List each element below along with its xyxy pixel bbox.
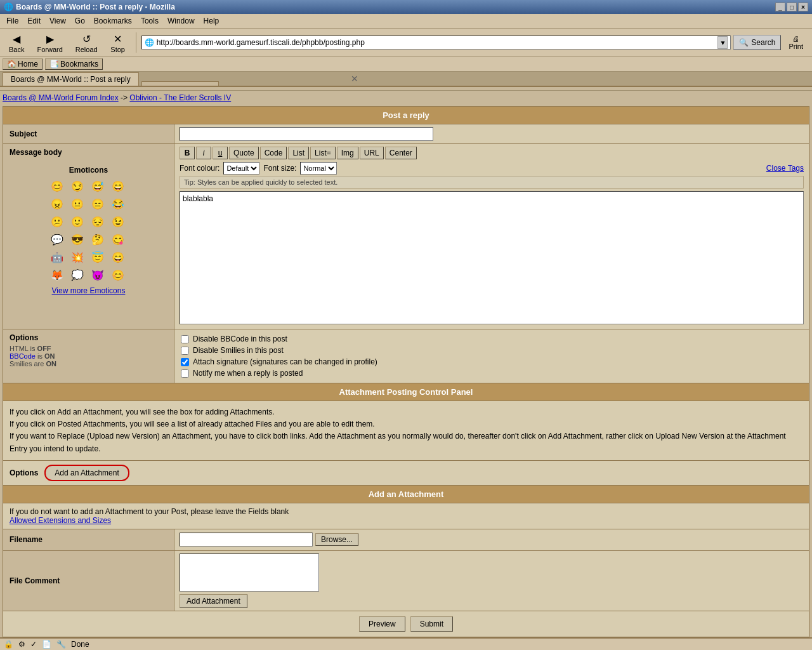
add-attachment-section-header: Add an Attachment — [3, 486, 809, 503]
message-textarea[interactable]: blablabla — [180, 191, 804, 324]
notify-row: Notify me when a reply is posted — [181, 368, 802, 379]
reload-button[interactable]: ↺ Reload — [70, 30, 103, 55]
underline-button[interactable]: u — [213, 147, 228, 159]
print-button[interactable]: 🖨 Print — [783, 35, 808, 50]
empty-tab[interactable] — [141, 81, 219, 86]
file-comment-textarea[interactable] — [180, 554, 319, 592]
attach-notice-text: If you do not want to add an Attachment … — [10, 507, 802, 516]
disable-bbcode-checkbox[interactable] — [181, 335, 189, 343]
menu-go[interactable]: Go — [71, 15, 89, 27]
breadcrumb-section[interactable]: Oblivion - The Elder Scrolls IV — [129, 93, 231, 102]
emoticon-10[interactable]: 😔 — [90, 214, 105, 229]
subject-label-text: Subject — [10, 129, 37, 138]
attach-signature-checkbox[interactable] — [181, 358, 189, 366]
preview-button[interactable]: Preview — [359, 616, 405, 632]
allowed-extensions-link[interactable]: Allowed Extensions and Sizes — [10, 516, 802, 525]
address-dropdown[interactable]: ▼ — [717, 36, 728, 49]
menu-window[interactable]: Window — [164, 15, 199, 27]
emoticon-17[interactable]: 💥 — [70, 249, 85, 265]
emoticon-7[interactable]: 😂 — [110, 196, 126, 211]
emoticon-20[interactable]: 🦊 — [49, 267, 65, 282]
address-bar[interactable]: 🌐 ▼ — [141, 36, 731, 50]
active-tab[interactable]: Boards @ MM-World :: Post a reply — [3, 72, 139, 86]
emoticon-22[interactable]: 😈 — [90, 267, 105, 282]
subject-label: Subject — [3, 124, 174, 143]
forward-label: Forward — [37, 46, 62, 53]
view-more-emoticons[interactable]: View more Emoticons — [52, 286, 126, 295]
emoticon-0[interactable]: 😊 — [49, 178, 65, 194]
emoticon-9[interactable]: 🙂 — [70, 214, 85, 229]
subject-input[interactable] — [180, 127, 433, 141]
emoticon-21[interactable]: 💭 — [70, 267, 85, 282]
center-button[interactable]: Center — [385, 147, 417, 159]
emoticon-2[interactable]: 😅 — [90, 178, 105, 194]
address-input[interactable] — [157, 38, 718, 47]
menu-tools[interactable]: Tools — [137, 15, 162, 27]
browse-button[interactable]: Browse... — [315, 533, 358, 546]
tab-close-button[interactable]: ✕ — [346, 72, 363, 86]
status-icon-2: ⚙ — [18, 640, 25, 649]
emoticon-16[interactable]: 🤖 — [49, 249, 65, 265]
forward-button[interactable]: ▶ Forward — [32, 30, 67, 55]
filename-input[interactable] — [180, 533, 313, 547]
search-button[interactable]: 🔍 Search — [733, 35, 781, 50]
font-size-select[interactable]: Normal — [300, 162, 337, 175]
bold-button[interactable]: B — [180, 147, 195, 159]
close-tags-link[interactable]: Close Tags — [766, 164, 804, 173]
menu-view[interactable]: View — [46, 15, 70, 27]
bbcode-link[interactable]: BBCode — [10, 352, 36, 360]
menu-file[interactable]: File — [3, 15, 22, 27]
emoticon-3[interactable]: 😄 — [110, 178, 126, 194]
emoticon-6[interactable]: 😑 — [90, 196, 105, 211]
close-btn[interactable]: × — [798, 3, 808, 11]
add-attachment-options-label: Options — [10, 468, 38, 477]
emoticon-13[interactable]: 😎 — [70, 232, 85, 247]
html-label: HTML is — [10, 345, 37, 352]
url-button[interactable]: URL — [360, 147, 384, 159]
menu-bookmarks[interactable]: Bookmarks — [90, 15, 136, 27]
emoticon-14[interactable]: 🤔 — [90, 232, 105, 247]
emoticon-19[interactable]: 😄 — [110, 249, 126, 265]
list-button[interactable]: List — [288, 147, 309, 159]
notify-checkbox[interactable] — [181, 369, 189, 378]
submit-button[interactable]: Submit — [410, 616, 453, 632]
emoticon-12[interactable]: 💬 — [49, 232, 65, 247]
breadcrumb-home[interactable]: Boards @ MM-World Forum Index — [3, 93, 119, 102]
menu-help[interactable]: Help — [200, 15, 223, 27]
disable-smilies-checkbox[interactable] — [181, 347, 189, 355]
code-button[interactable]: Code — [260, 147, 287, 159]
emoticon-4[interactable]: 😠 — [49, 196, 65, 211]
disable-smilies-label: Disable Smilies in this post — [193, 346, 284, 355]
menu-edit[interactable]: Edit — [23, 15, 44, 27]
tip-row: Tip: Styles can be applied quickly to se… — [180, 176, 804, 189]
status-bar: 🔒 ⚙ ✓ 📄 🔧 Done — [0, 637, 812, 650]
add-attachment-button[interactable]: Add an Attachment — [44, 465, 129, 481]
forward-icon: ▶ — [43, 32, 57, 46]
stop-label: Stop — [110, 46, 125, 53]
window-controls[interactable]: _ □ × — [775, 3, 808, 11]
emoticon-15[interactable]: 😋 — [110, 232, 126, 247]
font-colour-select[interactable]: Default — [223, 162, 259, 175]
emoticon-1[interactable]: 😏 — [70, 178, 85, 194]
minimize-btn[interactable]: _ — [775, 3, 785, 11]
emoticon-23[interactable]: 😊 — [110, 267, 126, 282]
bookmarks-bookmark[interactable]: 📑 Bookmarks — [45, 58, 103, 70]
message-body-label: Message body — [3, 144, 174, 161]
emoticon-18[interactable]: 😇 — [90, 249, 105, 265]
emoticon-11[interactable]: 😉 — [110, 214, 126, 229]
add-attachment-submit-button[interactable]: Add Attachment — [180, 594, 247, 608]
titlebar-left: 🌐 Boards @ MM-World :: Post a reply - Mo… — [4, 3, 175, 11]
italic-button[interactable]: i — [196, 147, 211, 159]
back-button[interactable]: ◀ Back — [4, 30, 29, 55]
options-right: Disable BBCode in this post Disable Smil… — [174, 329, 809, 383]
attachment-panel-header: Attachment Posting Control Panel — [3, 383, 809, 401]
emoticon-5[interactable]: 😐 — [70, 196, 85, 211]
home-bookmark[interactable]: 🏠 Home — [3, 58, 43, 70]
list-eq-button[interactable]: List= — [310, 147, 336, 159]
stop-button[interactable]: ✕ Stop — [105, 30, 131, 55]
emoticon-8[interactable]: 😕 — [49, 214, 65, 229]
maximize-btn[interactable]: □ — [787, 3, 797, 11]
quote-button[interactable]: Quote — [229, 147, 259, 159]
reload-icon: ↺ — [79, 32, 93, 46]
img-button[interactable]: Img — [337, 147, 358, 159]
